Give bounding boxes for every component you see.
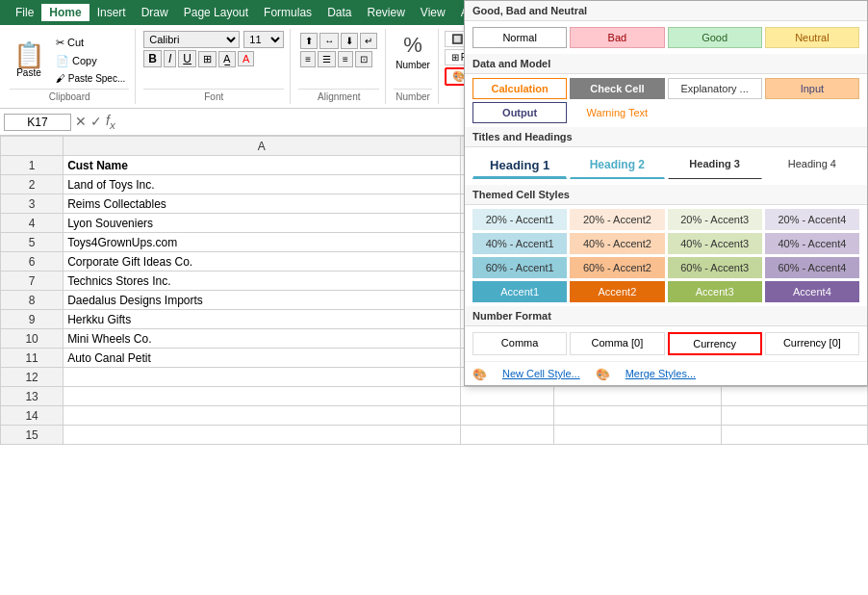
accent4-40-cell[interactable]: 40% - Accent4 bbox=[765, 233, 859, 254]
cell-b[interactable] bbox=[460, 387, 554, 406]
formula-icons: ✕ ✓ fx bbox=[75, 113, 115, 131]
accent4-60-cell[interactable]: 60% - Accent4 bbox=[765, 257, 859, 278]
col-a-header[interactable]: A bbox=[64, 137, 461, 156]
style-comma0-cell[interactable]: Comma [0] bbox=[570, 332, 664, 355]
align-left-button[interactable]: ≡ bbox=[300, 51, 316, 67]
menu-data[interactable]: Data bbox=[319, 4, 359, 21]
accent2-20-cell[interactable]: 20% - Accent2 bbox=[570, 209, 664, 230]
accent1-60-cell[interactable]: 60% - Accent1 bbox=[472, 257, 567, 278]
copy-button[interactable]: 📄 Copy bbox=[52, 53, 129, 69]
new-cell-style-link[interactable]: New Cell Style... bbox=[502, 368, 580, 381]
menu-insert[interactable]: Insert bbox=[89, 4, 134, 21]
menu-view[interactable]: View bbox=[413, 4, 453, 21]
cell-c[interactable] bbox=[554, 406, 722, 426]
function-icon[interactable]: fx bbox=[106, 113, 115, 131]
accent1-cell[interactable]: Accent1 bbox=[472, 281, 567, 302]
style-neutral-cell[interactable]: Neutral bbox=[765, 27, 859, 48]
menu-pagelayout[interactable]: Page Layout bbox=[176, 4, 256, 21]
italic-button[interactable]: I bbox=[164, 50, 176, 67]
cell-a[interactable]: Auto Canal Petit bbox=[64, 349, 461, 368]
confirm-icon[interactable]: ✓ bbox=[90, 114, 102, 129]
style-heading1-cell[interactable]: Heading 1 bbox=[472, 153, 567, 179]
style-heading3-cell[interactable]: Heading 3 bbox=[668, 153, 762, 179]
paste-button[interactable]: 📋 Paste bbox=[10, 40, 48, 80]
style-calculation-cell[interactable]: Calculation bbox=[472, 78, 567, 99]
fill-color-button[interactable]: A̲ bbox=[218, 51, 236, 67]
style-heading4-cell[interactable]: Heading 4 bbox=[765, 153, 859, 179]
cell-a[interactable]: Mini Wheels Co. bbox=[64, 329, 461, 349]
cell-d[interactable] bbox=[721, 406, 867, 426]
fat-icon: ⊞ bbox=[451, 52, 459, 63]
accent4-20-cell[interactable]: 20% - Accent4 bbox=[765, 209, 859, 230]
cut-button[interactable]: ✂ Cut bbox=[52, 35, 129, 51]
style-check-cell[interactable]: Check Cell bbox=[570, 78, 664, 99]
cell-a[interactable] bbox=[64, 387, 461, 406]
cell-a[interactable] bbox=[64, 368, 461, 387]
row-num-cell: 1 bbox=[1, 156, 64, 175]
name-box[interactable] bbox=[4, 114, 71, 131]
align-middle-button[interactable]: ↔ bbox=[319, 33, 339, 49]
menu-review[interactable]: Review bbox=[359, 4, 412, 21]
cell-a[interactable] bbox=[64, 426, 461, 445]
cell-a[interactable]: Daedalus Designs Imports bbox=[64, 291, 461, 310]
align-right-button[interactable]: ≡ bbox=[338, 51, 353, 67]
cell-b[interactable] bbox=[460, 406, 554, 426]
merge-button[interactable]: ⊡ bbox=[355, 51, 372, 67]
align-top-button[interactable]: ⬆ bbox=[300, 33, 318, 49]
cell-a[interactable]: Reims Collectables bbox=[64, 194, 461, 214]
cell-a[interactable]: Land of Toys Inc. bbox=[64, 175, 461, 194]
align-bottom-button[interactable]: ⬇ bbox=[341, 33, 358, 49]
row-num-cell: 7 bbox=[1, 272, 64, 291]
cell-a[interactable]: Lyon Souveniers bbox=[64, 214, 461, 233]
cell-a[interactable]: Herkku Gifts bbox=[64, 310, 461, 329]
paste-special-button[interactable]: 🖌 Paste Spec... bbox=[52, 71, 129, 86]
cell-b[interactable] bbox=[460, 426, 554, 445]
cell-c[interactable] bbox=[554, 387, 722, 406]
cell-c[interactable] bbox=[554, 426, 722, 445]
style-bad-cell[interactable]: Bad bbox=[570, 27, 664, 48]
bold-button[interactable]: B bbox=[143, 50, 162, 67]
style-currency-cell[interactable]: Currency bbox=[668, 332, 762, 355]
font-color-button[interactable]: A bbox=[238, 51, 254, 66]
accent1-40-cell[interactable]: 40% - Accent1 bbox=[472, 233, 567, 254]
accent2-cell[interactable]: Accent2 bbox=[570, 281, 664, 302]
menu-home[interactable]: Home bbox=[41, 4, 89, 21]
menu-draw[interactable]: Draw bbox=[134, 4, 176, 21]
style-output-cell[interactable]: Output bbox=[472, 102, 567, 123]
cell-a[interactable]: Cust Name bbox=[64, 156, 461, 175]
cell-a[interactable]: Technics Stores Inc. bbox=[64, 272, 461, 291]
table-row: 14 bbox=[1, 406, 868, 426]
cancel-icon[interactable]: ✕ bbox=[75, 114, 87, 129]
align-center-button[interactable]: ☰ bbox=[318, 51, 336, 67]
menu-file[interactable]: File bbox=[8, 4, 41, 21]
accent2-60-cell[interactable]: 60% - Accent2 bbox=[570, 257, 664, 278]
style-warning-cell[interactable]: Warning Text bbox=[570, 102, 664, 123]
accent3-40-cell[interactable]: 40% - Accent3 bbox=[668, 233, 762, 254]
merge-styles-link[interactable]: Merge Styles... bbox=[625, 368, 696, 381]
style-currency0-cell[interactable]: Currency [0] bbox=[765, 332, 859, 355]
cell-d[interactable] bbox=[721, 426, 867, 445]
accent3-60-cell[interactable]: 60% - Accent3 bbox=[668, 257, 762, 278]
style-heading2-cell[interactable]: Heading 2 bbox=[570, 153, 664, 179]
style-normal-cell[interactable]: Normal bbox=[472, 27, 567, 48]
accent3-cell[interactable]: Accent3 bbox=[668, 281, 762, 302]
style-comma-cell[interactable]: Comma bbox=[472, 332, 567, 355]
cell-a[interactable] bbox=[64, 406, 461, 426]
style-good-cell[interactable]: Good bbox=[668, 27, 762, 48]
accent4-cell[interactable]: Accent4 bbox=[765, 281, 859, 302]
font-family-select[interactable]: Calibri bbox=[143, 31, 240, 48]
cell-a[interactable]: Toys4GrownUps.com bbox=[64, 233, 461, 252]
border-button[interactable]: ⊞ bbox=[198, 51, 217, 67]
table-row: 13 bbox=[1, 387, 868, 406]
wrap-text-button[interactable]: ↵ bbox=[360, 33, 377, 49]
cell-a[interactable]: Corporate Gift Ideas Co. bbox=[64, 252, 461, 272]
accent2-40-cell[interactable]: 40% - Accent2 bbox=[570, 233, 664, 254]
accent3-20-cell[interactable]: 20% - Accent3 bbox=[668, 209, 762, 230]
style-input-cell[interactable]: Input bbox=[765, 78, 859, 99]
underline-button[interactable]: U bbox=[178, 50, 196, 67]
menu-formulas[interactable]: Formulas bbox=[256, 4, 319, 21]
font-size-select[interactable]: 11 bbox=[243, 31, 284, 48]
style-explanatory-cell[interactable]: Explanatory ... bbox=[668, 78, 762, 99]
cell-d[interactable] bbox=[721, 387, 867, 406]
accent1-20-cell[interactable]: 20% - Accent1 bbox=[472, 209, 567, 230]
